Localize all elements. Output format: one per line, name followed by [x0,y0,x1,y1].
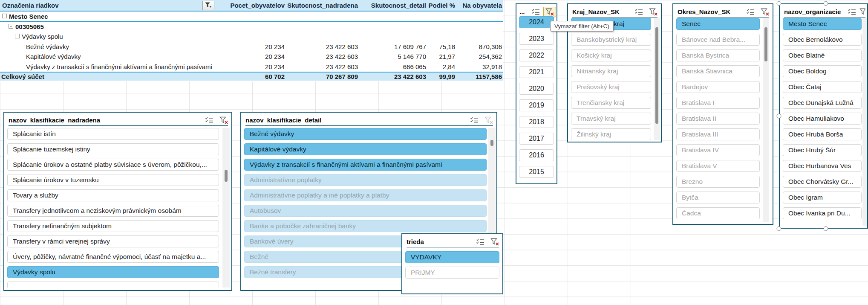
slicer-item[interactable]: Banská Štiavnica [676,65,760,77]
slicer-item[interactable]: Obec Dunajská Lužná [783,97,862,109]
slicer-item[interactable]: Banská Bystrica [676,49,760,61]
slicer-item[interactable]: Transfery jednotlivcom a neziskovým práv… [7,205,219,217]
slicer-item[interactable]: Administratívne poplatky [244,174,487,186]
slicer-item[interactable]: 2020 [519,83,554,95]
slicer-item[interactable]: 2021 [519,66,554,78]
clear-filter-icon-hovered[interactable] [543,7,556,17]
selection-handle[interactable] [777,1,781,6]
slicer-item[interactable]: Košický kraj [571,49,651,61]
slicer-item[interactable]: 2024 [519,16,554,28]
scrollbar-thumb[interactable] [655,27,658,124]
slicer-item[interactable]: 2018 [519,116,554,128]
slicer-item[interactable]: Transfery v rámci verejnej správy [7,235,219,247]
multiselect-icon[interactable] [848,9,856,15]
slicer-item[interactable]: Výdavky spolu [7,266,219,278]
slicer-item[interactable]: Bratislava III [676,128,760,140]
slicer-item[interactable]: Trnavský kraj [571,113,651,125]
pivot-rowlabels-header: Označenia riadkov [2,0,59,11]
slicer-item[interactable]: 2017 [519,133,554,145]
slicer-item[interactable]: Bratislava II [676,113,760,125]
slicer-item[interactable]: Banskobystrický kraj [571,34,651,46]
scrollbar-track[interactable] [862,18,867,226]
slicer-item[interactable]: Senec [676,18,760,30]
slicer-item[interactable]: Brezno [676,176,760,188]
selection-handle[interactable] [777,114,781,119]
collapse-icon[interactable] [9,24,13,29]
scrollbar-thumb[interactable] [225,170,228,182]
slicer-item[interactable]: Bežné výdavky [244,128,487,140]
selection-handle[interactable] [824,1,828,6]
slicer-item[interactable]: Bratislava I [676,97,760,109]
slicer-item[interactable]: Bratislava IV [676,144,760,156]
slicer-item[interactable]: Bratislava V [676,160,760,172]
clear-filter-icon[interactable] [219,116,228,124]
scrollbar-thumb[interactable] [490,140,493,146]
clear-filter-icon[interactable] [859,8,865,16]
slicer-item[interactable]: Banke a pobočke zahraničnej banky [244,220,487,232]
slicer-title: Kraj_Nazov_SK [572,8,629,15]
collapse-icon[interactable] [15,34,20,38]
multiselect-icon[interactable] [205,117,213,123]
clear-filter-icon[interactable] [649,8,657,16]
slicer-item[interactable]: Obec Bernolákovo [783,34,862,46]
slicer-item[interactable]: Žilinský kraj [571,128,651,140]
slicer-item[interactable]: Kapitálové výdavky [244,143,487,155]
multiselect-icon[interactable] [470,117,479,123]
slicer-item[interactable]: Obec Igram [783,192,862,203]
slicer-nazov-organizacie: nazov_organizacie Mesto SenecObec Bernol… [779,3,868,229]
slicer-item[interactable]: Autobusov [244,205,487,217]
slicer-item[interactable]: Obec Hurbanova Ves [783,160,862,172]
pivot-row: Mesto Senec [0,12,503,22]
slicer-item[interactable]: Trenčiansky kraj [571,97,651,109]
scrollbar-track[interactable] [222,128,230,288]
scrollbar-thumb[interactable] [764,27,767,61]
slicer-item[interactable]: Výdavky z transakcií s finančnými aktíva… [244,159,487,171]
multiselect-icon[interactable] [476,238,484,245]
slicer-item[interactable]: Mesto Senec [783,18,862,30]
slicer-item-label: 2017 [529,135,544,142]
slicer-item[interactable]: Obec Hamuliakovo [783,113,862,125]
selection-handle[interactable] [777,227,781,231]
slicer-item[interactable]: Bytča [676,192,760,203]
slicer-item[interactable]: Splácanie tuzemskej istiny [7,143,219,155]
slicer-item[interactable]: Úvery, pôžičky, návratné finančné výpomo… [7,251,219,263]
slicer-item[interactable]: Obec Hrubý Šúr [783,144,862,156]
slicer-item[interactable]: Splácanie úrokov v tuzemsku [7,174,219,186]
slicer-item[interactable]: Splácanie úrokov a ostatné platby súvisi… [7,159,219,171]
rowlabels-filter-button[interactable] [202,1,214,10]
slicer-item[interactable]: 2022 [519,49,554,61]
multiselect-icon[interactable] [531,9,540,15]
clear-filter-icon[interactable] [761,8,769,16]
slicer-item[interactable]: Obec Ivanka pri Du... [783,207,862,219]
pivot-row-label: Mesto Senec [0,12,503,22]
multiselect-icon[interactable] [634,9,643,15]
slicer-item[interactable]: 2016 [519,149,554,161]
slicer-item[interactable]: Bánovce nad Bebra... [676,34,760,46]
slicer-item[interactable]: Čadca [676,207,760,219]
slicer-item-label: Obec Blatné [788,52,825,59]
slicer-item[interactable]: Splácanie istín [7,128,219,140]
slicer-item[interactable]: Obec Čataj [783,81,862,93]
collapse-icon[interactable] [2,14,7,18]
slicer-item[interactable]: Prešovský kraj [571,81,651,93]
slicer-title: trieda [407,238,470,245]
slicer-item[interactable]: Nitriansky kraj [571,65,651,77]
slicer-item[interactable]: Administratívne poplatky a iné poplatky … [244,189,487,201]
selection-handle[interactable] [824,227,828,231]
slicer-item[interactable]: VYDAVKY [405,251,499,263]
clear-filter-icon-disabled[interactable] [484,116,493,124]
slicer-item[interactable]: Obec Boldog [783,65,862,77]
slicer-item[interactable]: 2019 [519,99,554,111]
slicer-item[interactable]: Obec Blatné [783,49,862,61]
slicer-item[interactable]: Tovary a služby [7,189,219,201]
slicer-item[interactable]: Obec Hrubá Borša [783,128,862,140]
slicer-item[interactable]: Transfery nefinančným subjektom [7,220,219,232]
slicer-item[interactable]: PRIJMY [405,267,499,279]
slicer-item[interactable] [7,282,219,288]
multiselect-icon[interactable] [746,9,755,15]
slicer-item[interactable]: 2023 [519,33,554,45]
clear-filter-icon[interactable] [490,238,499,246]
slicer-item[interactable]: Bardejov [676,81,760,93]
slicer-item[interactable]: Obec Chorvátsky Gr... [783,176,862,188]
slicer-item[interactable]: 2015 [519,166,554,178]
